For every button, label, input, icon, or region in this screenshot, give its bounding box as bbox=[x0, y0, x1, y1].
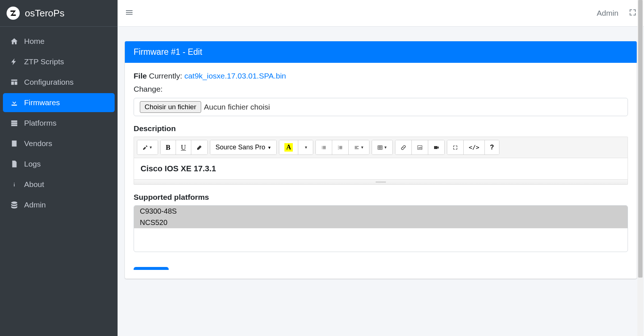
building-icon bbox=[9, 140, 20, 148]
brand-logo-icon bbox=[7, 7, 20, 20]
database-icon bbox=[9, 201, 20, 209]
file-picker: Choisir un fichier Aucun fichier choisi bbox=[134, 98, 628, 116]
sidebar-item-label: Admin bbox=[24, 201, 46, 209]
sidebar-item-configurations[interactable]: Configurations bbox=[3, 73, 115, 92]
editor-font-family-select[interactable]: Source Sans Pro▼ bbox=[210, 140, 276, 154]
sidebar-item-home[interactable]: Home bbox=[3, 32, 115, 51]
currently-label: Currently: bbox=[147, 72, 184, 80]
scrollbar-thumb[interactable] bbox=[638, 0, 643, 278]
sidebar-item-label: Firmwares bbox=[24, 98, 60, 107]
editor-ordered-list-button[interactable] bbox=[332, 140, 349, 154]
editor-font-color-dropdown[interactable]: ▼ bbox=[298, 140, 313, 154]
sidebar-item-label: Platforms bbox=[24, 119, 57, 127]
info-icon bbox=[9, 180, 20, 188]
editor-style-button[interactable]: ▼ bbox=[137, 140, 158, 154]
server-icon bbox=[9, 119, 20, 127]
platforms-label: Supported platforms bbox=[134, 193, 628, 202]
change-label: Change: bbox=[134, 85, 628, 93]
sidebar-item-label: About bbox=[24, 180, 44, 189]
home-icon bbox=[9, 37, 20, 45]
editor-help-button[interactable]: ? bbox=[485, 140, 499, 154]
sidebar-item-vendors[interactable]: Vendors bbox=[3, 134, 115, 153]
card: Firmware #1 - Edit File Currently: cat9k… bbox=[125, 41, 637, 279]
editor-underline-button[interactable]: U bbox=[176, 140, 192, 154]
supported-platforms-select[interactable]: C9300-48S NCS520 bbox=[134, 205, 628, 252]
topbar-user-link[interactable]: Admin bbox=[597, 9, 618, 18]
submit-button-partial[interactable] bbox=[134, 267, 169, 270]
scrollbar[interactable] bbox=[637, 0, 643, 336]
menu-toggle-icon[interactable] bbox=[125, 8, 134, 18]
description-input[interactable]: Cisco IOS XE 17.3.1 bbox=[134, 158, 628, 179]
sidebar-item-label: Home bbox=[24, 37, 45, 46]
sidebar-item-label: Logs bbox=[24, 160, 41, 168]
editor-resize-handle[interactable] bbox=[134, 179, 628, 184]
description-label: Description bbox=[134, 124, 628, 133]
fullscreen-icon[interactable] bbox=[629, 8, 637, 18]
platform-option[interactable]: NCS520 bbox=[134, 217, 628, 228]
main: Admin Firmware #1 - Edit File Currently:… bbox=[118, 0, 644, 336]
sidebar-item-admin[interactable]: Admin bbox=[3, 195, 115, 214]
content: Firmware #1 - Edit File Currently: cat9k… bbox=[118, 27, 644, 336]
bolt-icon bbox=[9, 58, 20, 66]
svg-rect-0 bbox=[434, 146, 437, 149]
file-row: File Currently: cat9k_iosxe.17.03.01.SPA… bbox=[134, 72, 628, 80]
editor-bold-button[interactable]: B bbox=[161, 140, 176, 154]
platform-option[interactable]: C9300-48S bbox=[134, 206, 628, 217]
editor-video-button[interactable] bbox=[428, 140, 444, 154]
editor-link-button[interactable] bbox=[395, 140, 412, 154]
file-status: Aucun fichier choisi bbox=[204, 103, 270, 111]
sidebar-item-label: ZTP Scripts bbox=[24, 57, 64, 66]
sidebar-item-firmwares[interactable]: Firmwares bbox=[3, 93, 115, 112]
editor-codeview-button[interactable]: </> bbox=[464, 140, 485, 154]
editor-font-color-button[interactable]: A bbox=[279, 140, 298, 154]
editor-fullscreen-button[interactable] bbox=[447, 140, 464, 154]
sidebar-nav: Home ZTP Scripts Configurations Firmware… bbox=[0, 27, 118, 219]
brand-name: osTeroPs bbox=[25, 8, 64, 19]
file-label: File bbox=[134, 72, 147, 80]
file-icon bbox=[9, 160, 20, 168]
editor-toolbar: ▼ B U Source Sans Pro▼ A bbox=[134, 137, 628, 158]
table-icon bbox=[9, 78, 20, 86]
editor-unordered-list-button[interactable] bbox=[316, 140, 332, 154]
choose-file-button[interactable]: Choisir un fichier bbox=[140, 101, 201, 113]
download-icon bbox=[9, 99, 20, 107]
editor-paragraph-button[interactable]: ▼ bbox=[349, 140, 369, 154]
editor-picture-button[interactable] bbox=[412, 140, 428, 154]
editor-table-button[interactable]: ▼ bbox=[372, 140, 392, 154]
sidebar-item-platforms[interactable]: Platforms bbox=[3, 114, 115, 133]
rich-text-editor: ▼ B U Source Sans Pro▼ A bbox=[134, 137, 628, 185]
sidebar-item-label: Vendors bbox=[24, 139, 52, 148]
card-title: Firmware #1 - Edit bbox=[125, 41, 637, 63]
brand[interactable]: osTeroPs bbox=[0, 0, 118, 27]
topbar: Admin bbox=[118, 0, 644, 27]
sidebar-item-logs[interactable]: Logs bbox=[3, 154, 115, 173]
sidebar-item-ztp-scripts[interactable]: ZTP Scripts bbox=[3, 52, 115, 71]
sidebar: osTeroPs Home ZTP Scripts Configurations… bbox=[0, 0, 118, 336]
sidebar-item-label: Configurations bbox=[24, 78, 73, 87]
sidebar-item-about[interactable]: About bbox=[3, 175, 115, 194]
editor-eraser-button[interactable] bbox=[191, 140, 207, 154]
current-file-link[interactable]: cat9k_iosxe.17.03.01.SPA.bin bbox=[184, 72, 286, 80]
card-body: File Currently: cat9k_iosxe.17.03.01.SPA… bbox=[125, 63, 637, 279]
